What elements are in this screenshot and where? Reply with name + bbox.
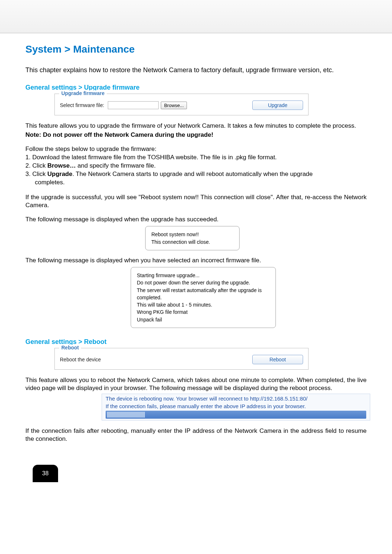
intro-paragraph: This chapter explains how to restore the…: [25, 66, 367, 74]
upgrade-row: Select firmware file: Browse... Upgrade: [60, 100, 303, 110]
reboot-msg-line-2: If the connection fails, please manually…: [106, 403, 366, 409]
after-upgrade-text: If the upgrade is successful, you will s…: [25, 193, 367, 209]
firmware-file-label: Select firmware file:: [60, 102, 104, 108]
page-content: System > Maintenance This chapter explai…: [0, 33, 392, 497]
upgrade-firmware-fieldset: Upgrade firmware Select firmware file: B…: [54, 94, 309, 115]
fail-line-1: Starting firmware upgrade...: [137, 272, 270, 279]
browse-button[interactable]: Browse...: [161, 102, 187, 109]
page-title: System > Maintenance: [25, 44, 367, 55]
fail-intro: The following message is displayed when …: [25, 257, 367, 264]
reboot-progress-bar: [106, 411, 366, 419]
fail-message-box: Starting firmware upgrade... Do not powe…: [131, 267, 276, 328]
reboot-row: Reboot the device Reboot: [60, 355, 303, 364]
fail-line-5: Wrong PKG file format: [137, 308, 270, 316]
page-number-badge: 38: [33, 465, 58, 482]
fail-line-3: The server will restart automatically af…: [137, 287, 270, 301]
upgrade-description: This feature allows you to upgrade the f…: [25, 122, 367, 130]
upgrade-button[interactable]: Upgrade: [252, 100, 303, 110]
success-line-1: Reboot system now!!: [151, 231, 233, 238]
reboot-fieldset: Reboot Reboot the device Reboot: [54, 348, 309, 370]
firmware-file-input[interactable]: [108, 101, 159, 109]
success-line-2: This connection will close.: [151, 238, 233, 246]
step-2: 2. Click Browse… and specify the firmwar…: [25, 162, 367, 170]
reboot-description: This feature allows you to reboot the Ne…: [25, 376, 367, 392]
upgrade-warning-note: Note: Do not power off the Network Camer…: [25, 131, 367, 139]
progress-stripes-icon: [107, 412, 154, 418]
page-header-bar: [0, 0, 392, 33]
reboot-button[interactable]: Reboot: [252, 355, 303, 364]
reboot-msg-line-1: The device is rebooting now. Your browse…: [106, 395, 366, 402]
success-message-box: Reboot system now!! This connection will…: [145, 226, 240, 250]
upgrade-steps: Follow the steps below to upgrade the fi…: [25, 145, 367, 187]
reboot-progress-panel: The device is rebooting now. Your browse…: [102, 394, 370, 420]
success-intro: The following message is displayed when …: [25, 216, 367, 223]
step-3: 3. Click Upgrade. The Network Camera sta…: [25, 170, 367, 178]
steps-intro: Follow the steps below to upgrade the fi…: [25, 145, 367, 153]
connection-fail-text: If the connection fails after rebooting,…: [25, 427, 367, 443]
fail-line-4: This will take about 1 - 5 minutes.: [137, 301, 270, 308]
step-1: 1. Download the latest firmware file fro…: [25, 153, 367, 162]
fail-line-6: Unpack fail: [137, 316, 270, 323]
reboot-fieldset-legend: Reboot: [59, 345, 81, 350]
fail-line-2: Do not power down the server during the …: [137, 279, 270, 286]
reboot-device-label: Reboot the device: [60, 357, 101, 362]
upgrade-fieldset-legend: Upgrade firmware: [59, 90, 107, 96]
step-3-continued: completes.: [25, 178, 367, 187]
